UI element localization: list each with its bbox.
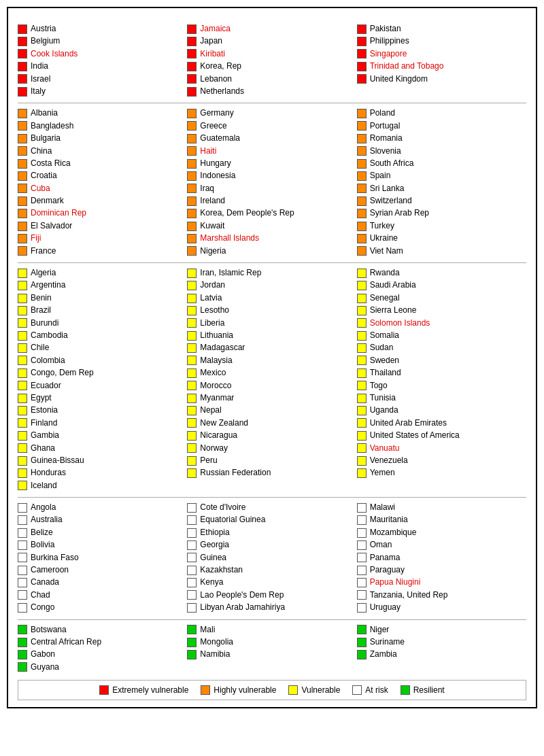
country-name: Vanuatu [370,443,400,454]
list-item: Mauritania [357,514,526,526]
swatch-yellow [187,318,197,328]
country-name: Benin [31,292,52,304]
swatch-yellow [18,356,27,365]
list-item: China [18,145,187,157]
country-name: Estonia [31,405,58,416]
country-name: Netherlands [200,86,244,97]
swatch-orange [187,159,197,169]
swatch-red [357,62,367,71]
country-name: Poland [370,107,395,119]
list-item: Japan [187,35,356,47]
list-item: Romania [357,133,526,144]
list-item: Cambodia [18,330,187,341]
swatch-green [187,650,197,659]
swatch-yellow [187,456,197,466]
swatch-yellow [18,331,27,341]
list-item: Congo, Dem Rep [18,367,187,379]
list-item: Venezuela [357,455,526,466]
main-container: AustriaBelgiumCook IslandsIndiaIsraelIta… [7,7,537,708]
country-name: Jamaica [200,23,231,35]
country-name: Sudan [370,342,394,354]
swatch-yellow [18,294,27,303]
swatch-white [357,578,367,587]
country-name: Korea, Dem People's Rep [200,207,294,219]
col-white-1: Cote d'IvoireEquatorial GuineaEthiopiaGe… [187,502,356,614]
country-name: Iraq [200,183,214,194]
country-name: Dominican Rep [31,207,86,219]
col-yellow-1: Iran, Islamic RepJordanLatviaLesothoLibe… [187,267,356,492]
country-name: Guyana [31,662,59,673]
list-item: India [18,61,187,72]
swatch-orange [357,159,367,169]
legend-label: At risk [365,685,388,695]
country-name: Lithuania [200,330,233,341]
col-green-1: MaliMongoliaNamibia [187,624,356,674]
country-name: Malaysia [200,355,232,366]
list-item: Malaysia [187,355,356,366]
swatch-orange [187,246,197,256]
country-name: Paraguay [370,564,405,576]
country-name: Trinidad and Tobago [370,61,444,72]
list-item: Equatorial Guinea [187,514,356,526]
country-name: Ethiopia [200,527,229,538]
country-name: Italy [31,86,46,97]
list-item: Mexico [187,367,356,379]
col-orange-1: GermanyGreeceGuatemalaHaitiHungaryIndone… [187,107,356,257]
country-name: Croatia [31,170,57,182]
list-item: Benin [18,292,187,304]
swatch-red [18,74,27,84]
list-item: Papua Niugini [357,577,526,588]
swatch-white [187,603,197,613]
list-item: Niger [357,624,526,636]
country-name: New Zealand [200,417,248,429]
swatch-orange [18,109,27,118]
country-name: Chile [31,342,49,354]
list-item: Gambia [18,430,187,441]
swatch-white [187,540,197,550]
section-orange: AlbaniaBangladeshBulgariaChinaCosta Rica… [18,107,526,257]
swatch-white [18,590,27,600]
country-name: United Arab Emirates [370,417,447,429]
country-name: Honduras [31,467,66,479]
country-name: Gabon [31,649,55,660]
section-yellow: AlgeriaArgentinaBeninBrazilBurundiCambod… [18,267,526,492]
country-name: Panama [370,552,401,564]
swatch-white [187,578,197,587]
swatch-white [18,553,27,562]
swatch-orange [187,209,197,218]
list-item: Norway [187,443,356,454]
country-name: Nigeria [200,245,226,257]
list-item: Saudi Arabia [357,279,526,291]
swatch-yellow [357,418,367,428]
swatch-orange [357,171,367,181]
country-name: Albania [31,107,58,119]
country-name: Guatemala [200,133,240,144]
list-item: Namibia [187,649,356,660]
swatch-white [18,540,27,550]
swatch-orange [187,121,197,131]
country-name: Congo [31,602,54,613]
country-name: United Kingdom [370,73,428,85]
country-name: Somalia [370,330,399,341]
swatch-yellow [18,418,27,428]
country-name: Hungary [200,158,231,169]
swatch-orange [187,171,197,181]
list-item: Botswana [18,624,187,636]
country-name: Togo [370,380,388,392]
country-name: Finland [31,417,57,429]
country-name: Philippines [370,35,409,47]
swatch-white [18,528,27,538]
country-name: Uruguay [370,602,401,613]
list-item: Congo [18,602,187,613]
list-item: Fiji [18,233,187,244]
swatch-red [18,49,27,58]
list-item: South Africa [357,158,526,169]
list-item: Jamaica [187,23,356,35]
country-name: Turkey [370,220,394,232]
list-item: Turkey [357,220,526,232]
col-white-2: MalawiMauritaniaMozambiqueOmanPanamaPara… [357,502,526,614]
list-item: New Zealand [187,417,356,429]
list-item: Guatemala [187,133,356,144]
list-item: United Arab Emirates [357,417,526,429]
swatch-white [18,603,27,613]
